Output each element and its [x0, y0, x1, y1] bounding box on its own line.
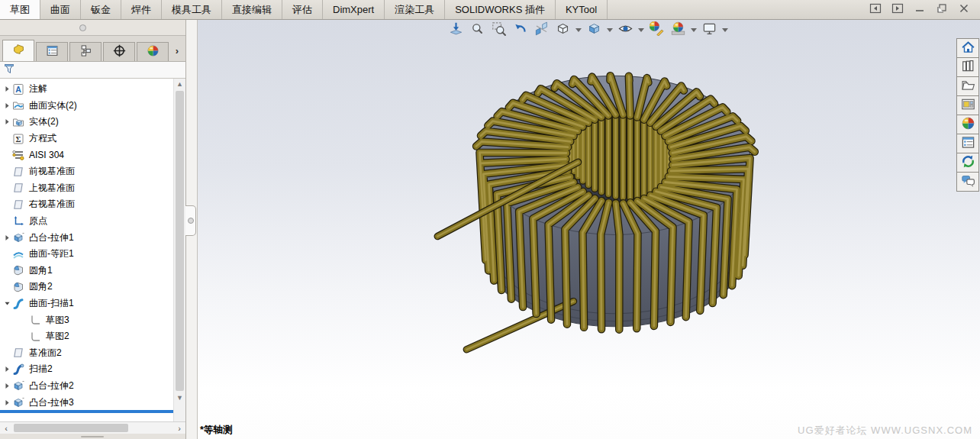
expander-collapsed-icon[interactable]	[2, 382, 12, 390]
view-orientation-icon	[556, 21, 570, 39]
dropdown-caret-icon[interactable]	[575, 22, 582, 37]
horizontal-scroll-thumb[interactable]	[14, 424, 128, 432]
graphics-viewport[interactable]: *等轴测 UG爱好者论坛 WWW.UGSNX.COM	[198, 20, 980, 439]
appearances-ball-icon	[961, 116, 975, 134]
vertical-scroll-thumb[interactable]	[176, 91, 184, 391]
surface-bodies-icon	[12, 99, 25, 111]
close-button[interactable]	[959, 5, 969, 15]
scroll-up-icon[interactable]: ▲	[174, 79, 185, 89]
home-button[interactable]	[956, 38, 979, 58]
expander-collapsed-icon[interactable]	[2, 365, 12, 373]
zoom-inout-button[interactable]	[468, 22, 486, 37]
dropdown-caret-icon[interactable]	[690, 22, 697, 37]
view-settings-button[interactable]	[700, 22, 718, 37]
splitter-collapse-handle[interactable]	[185, 205, 196, 236]
feature-filter-row[interactable]	[0, 62, 185, 79]
commandmanager-tab[interactable]: SOLIDWORKS 插件	[445, 0, 556, 19]
tree-item[interactable]: 实体(2)	[0, 114, 173, 131]
tree-item[interactable]: 曲面-扫描1	[0, 295, 173, 312]
tree-item[interactable]: 草图3	[0, 311, 173, 328]
previous-view-button[interactable]	[511, 22, 529, 37]
tree-item-label: 凸台-拉伸3	[29, 396, 74, 409]
tree-item[interactable]: 前视基准面	[0, 163, 173, 180]
pane-left-button[interactable]	[870, 5, 881, 15]
commandmanager-tab[interactable]: 钣金	[81, 0, 121, 19]
tree-item[interactable]: 右视基准面	[0, 196, 173, 213]
scroll-right-icon[interactable]: ›	[173, 422, 185, 434]
zoom-area-button[interactable]	[489, 22, 508, 37]
view-orientation-button[interactable]	[553, 22, 572, 37]
panel-tab-displaymanager[interactable]	[137, 42, 169, 61]
panel-tab-featuremanager-tree[interactable]	[2, 40, 34, 61]
pane-right-button[interactable]	[892, 5, 903, 15]
headsup-view-toolbar	[446, 22, 728, 37]
commandmanager-tab[interactable]: 评估	[282, 0, 323, 19]
panel-tab-strip: ›	[0, 36, 185, 62]
expander-collapsed-icon[interactable]	[2, 399, 12, 407]
panel-tab-dimxpertmanager[interactable]	[103, 42, 135, 61]
tree-item[interactable]: 曲面-等距1	[0, 246, 173, 263]
tree-item[interactable]: 扫描2	[0, 361, 173, 378]
tree-vertical-scrollbar[interactable]: ▲ ▼	[173, 79, 185, 421]
panel-graphics-splitter[interactable]	[186, 20, 198, 439]
custom-properties-button[interactable]	[956, 134, 979, 153]
panel-tabs-expand-chevron-icon[interactable]: ›	[176, 45, 183, 56]
commandmanager-tab[interactable]: 直接编辑	[222, 0, 282, 19]
commandmanager-tab[interactable]: 模具工具	[162, 0, 222, 19]
expander-collapsed-icon[interactable]	[2, 118, 12, 126]
tree-item[interactable]: 凸台-拉伸2	[0, 378, 173, 395]
rollback-bar[interactable]	[0, 410, 174, 413]
minimize-button[interactable]	[914, 5, 925, 15]
dropdown-caret-icon[interactable]	[637, 22, 644, 37]
commandmanager-tab[interactable]: 草图	[0, 0, 40, 19]
commandmanager-tab[interactable]: KYTool	[556, 0, 608, 19]
resources-books-button[interactable]	[956, 57, 979, 77]
commandmanager-tab[interactable]: 曲面	[40, 0, 81, 19]
panel-bottom-splitter[interactable]	[0, 434, 185, 439]
commandmanager-tab[interactable]: 渲染工具	[385, 0, 445, 19]
edit-appearance-button[interactable]	[647, 22, 666, 37]
panel-splitter-handle[interactable]	[79, 24, 86, 31]
expander-collapsed-icon[interactable]	[2, 85, 12, 93]
dropdown-caret-icon[interactable]	[606, 22, 613, 37]
restore-button[interactable]	[936, 5, 947, 15]
pane-left-icon	[869, 2, 882, 18]
plane-icon	[12, 182, 25, 194]
toroid-inductor-model[interactable]	[198, 20, 980, 439]
tree-item[interactable]: 圆角1	[0, 263, 173, 279]
commandmanager-tab[interactable]: 焊件	[121, 0, 162, 19]
section-view-button[interactable]	[532, 22, 550, 37]
panel-tab-configurationmanager[interactable]	[69, 42, 102, 61]
dropdown-caret-icon[interactable]	[721, 22, 728, 37]
tree-item-label: 注解	[29, 82, 47, 95]
tree-item[interactable]: 圆角2	[0, 279, 173, 295]
tree-item[interactable]: AISI 304	[0, 147, 173, 163]
appearances-ball-button[interactable]	[956, 115, 979, 134]
forum-sync-button[interactable]	[956, 153, 979, 173]
tree-item[interactable]: 草图2	[0, 328, 173, 345]
tree-item[interactable]: Σ 方程式	[0, 131, 173, 147]
scroll-left-icon[interactable]: ‹	[0, 422, 12, 434]
comments-button[interactable]	[956, 172, 979, 192]
zoom-fit-button[interactable]	[446, 22, 465, 37]
panel-tab-propertymanager[interactable]	[36, 42, 68, 61]
tree-item[interactable]: 基准面2	[0, 345, 173, 362]
view-palette-button[interactable]	[956, 95, 979, 115]
expander-collapsed-icon[interactable]	[2, 234, 12, 242]
scroll-down-icon[interactable]: ▼	[174, 392, 185, 403]
hide-show-eye-button[interactable]	[616, 22, 634, 37]
file-explorer-folder-button[interactable]	[956, 76, 979, 96]
tree-item[interactable]: 凸台-拉伸3	[0, 394, 173, 411]
commandmanager-tab[interactable]: DimXpert	[323, 0, 385, 19]
expander-expanded-icon[interactable]	[2, 299, 12, 308]
expander-collapsed-icon[interactable]	[2, 102, 12, 110]
forum-sync-icon	[961, 154, 975, 172]
tree-item[interactable]: 凸台-拉伸1	[0, 229, 173, 246]
tree-item[interactable]: 原点	[0, 213, 173, 230]
display-style-button[interactable]	[585, 22, 603, 37]
tree-item[interactable]: 上视基准面	[0, 180, 173, 197]
tree-horizontal-scrollbar[interactable]: ‹ ›	[0, 421, 185, 434]
tree-item[interactable]: 曲面实体(2)	[0, 98, 173, 115]
tree-item[interactable]: A 注解	[0, 81, 173, 98]
apply-scene-button[interactable]	[669, 22, 687, 37]
